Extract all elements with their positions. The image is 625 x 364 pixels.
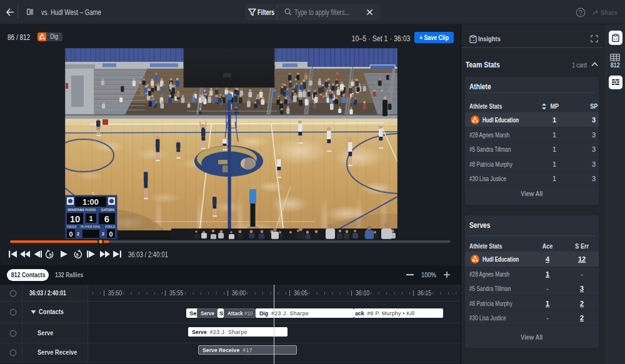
svg-text:PLAYER FOUL: PLAYER FOUL: [81, 225, 101, 229]
svg-text:35:50: 35:50: [108, 290, 122, 297]
svg-text:0: 0: [109, 230, 112, 238]
svg-text:GATORS: GATORS: [101, 208, 115, 212]
svg-text:0: 0: [69, 230, 72, 238]
svg-text:35:55: 35:55: [169, 290, 183, 297]
svg-text:2: 2: [102, 231, 105, 237]
svg-text:SPARTANS: SPARTANS: [68, 208, 84, 212]
svg-text:6: 6: [104, 214, 109, 224]
svg-text:PERIOD: PERIOD: [85, 209, 96, 212]
svg-text:36:00: 36:00: [232, 290, 246, 297]
svg-text:2: 2: [77, 231, 80, 237]
svg-text:1:00: 1:00: [82, 197, 99, 207]
svg-text:36:05: 36:05: [294, 290, 308, 297]
svg-text:FOULS: FOULS: [106, 225, 115, 229]
svg-text:36:10: 36:10: [356, 290, 370, 297]
svg-text:36:15: 36:15: [418, 290, 431, 297]
svg-text:5: 5: [76, 252, 78, 258]
svg-text:10: 10: [70, 214, 81, 224]
svg-text:1: 1: [89, 215, 92, 222]
svg-text:FOULS: FOULS: [67, 225, 76, 229]
svg-text:5: 5: [49, 252, 51, 258]
